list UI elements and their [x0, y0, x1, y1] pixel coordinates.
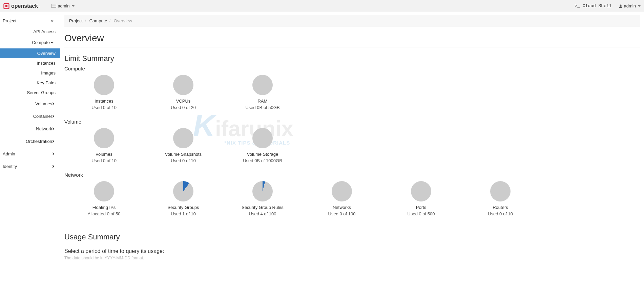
domain-label: admin [58, 3, 69, 8]
quota-tile: Volume SnapshotsUsed 0 of 10 [144, 128, 223, 163]
quota-tile: NetworksUsed 0 of 100 [302, 181, 381, 216]
quota-title: Floating IPs [64, 205, 144, 210]
quota-row-compute: InstancesUsed 0 of 10VCPUsUsed 0 of 20RA… [64, 75, 640, 116]
quota-title: Volumes [64, 152, 144, 157]
nav-compute[interactable]: Compute [0, 37, 60, 48]
quota-row-volume: VolumesUsed 0 of 10Volume SnapshotsUsed … [64, 128, 640, 169]
main-content: Project/ Compute/ Overview Overview Limi… [60, 12, 644, 271]
quota-text: Used 1 of 10 [144, 211, 223, 216]
nav-volumes[interactable]: Volumes [0, 98, 60, 110]
page-title: Overview [64, 33, 640, 44]
chevron-right-icon [52, 163, 54, 170]
quota-tile: Floating IPsAllocated 0 of 50 [64, 181, 144, 216]
quota-title: RAM [223, 99, 302, 104]
quota-tile: Security GroupsUsed 1 of 10 [144, 181, 223, 216]
quota-title: Security Group Rules [223, 205, 302, 210]
quota-text: Used 0 of 20 [144, 105, 223, 110]
usage-prompt: Select a period of time to query its usa… [64, 248, 640, 254]
nav-container[interactable]: Container [0, 110, 60, 123]
quota-pie-icon [332, 181, 352, 201]
quota-tile: VolumesUsed 0 of 10 [64, 128, 144, 163]
domain-icon [51, 4, 56, 8]
breadcrumb-current: Overview [114, 18, 132, 23]
quota-pie-icon [252, 181, 273, 201]
limit-summary-heading: Limit Summary [64, 54, 640, 63]
quota-title: Volume Snapshots [144, 152, 223, 157]
chevron-right-icon [52, 138, 54, 145]
quota-title: Security Groups [144, 205, 223, 210]
svg-point-4 [620, 4, 621, 6]
quota-pie-icon [173, 75, 193, 95]
quota-pie-icon [94, 75, 114, 95]
quota-text: Used 0 of 10 [64, 105, 144, 110]
volume-heading: Volume [64, 119, 640, 125]
quota-pie-icon [411, 181, 431, 201]
chevron-right-icon [52, 113, 54, 120]
quota-text: Used 0 of 100 [302, 211, 381, 216]
quota-tile: Volume StorageUsed 0B of 1000GB [223, 128, 302, 163]
quota-row-network: Floating IPsAllocated 0 of 50Security Gr… [64, 181, 640, 222]
nav-compute-overview[interactable]: Overview [0, 48, 60, 58]
quota-title: Volume Storage [223, 152, 302, 157]
nav-compute-images[interactable]: Images [0, 68, 60, 78]
quota-pie-icon [252, 128, 273, 148]
brand-text: openstack [11, 3, 38, 9]
svg-rect-2 [51, 4, 56, 8]
quota-tile: Security Group RulesUsed 4 of 100 [223, 181, 302, 216]
chevron-down-icon [50, 18, 54, 24]
user-label: admin [624, 3, 636, 8]
chevron-right-icon [52, 150, 54, 157]
nav-identity[interactable]: Identity [0, 160, 60, 173]
nav-network[interactable]: Network [0, 123, 60, 135]
network-heading: Network [64, 172, 640, 178]
quota-text: Used 0B of 1000GB [223, 158, 302, 163]
topbar: openstack. admin >_ Cloud Shell admin [0, 0, 644, 12]
compute-heading: Compute [64, 66, 640, 71]
nav-compute-instances[interactable]: Instances [0, 58, 60, 68]
nav-compute-key-pairs[interactable]: Key Pairs [0, 78, 60, 88]
quota-title: Ports [381, 205, 461, 210]
quota-pie-icon [490, 181, 511, 201]
breadcrumb-project[interactable]: Project [69, 18, 83, 23]
chevron-down-icon [50, 39, 54, 46]
quota-text: Used 0 of 10 [461, 211, 540, 216]
quota-pie-icon [94, 181, 114, 201]
nav-orchestration[interactable]: Orchestration [0, 135, 60, 148]
quota-title: Routers [461, 205, 540, 210]
user-menu[interactable]: admin [619, 3, 641, 8]
quota-tile: VCPUsUsed 0 of 20 [144, 75, 223, 110]
openstack-icon [3, 3, 9, 9]
cloud-shell-button[interactable]: >_ Cloud Shell [575, 3, 611, 8]
brand-sub: . [39, 4, 40, 8]
quota-title: Networks [302, 205, 381, 210]
breadcrumb-compute[interactable]: Compute [89, 18, 107, 23]
quota-text: Used 0B of 50GB [223, 105, 302, 110]
nav-api-access[interactable]: API Access [0, 27, 60, 37]
nav-project[interactable]: Project [0, 15, 60, 27]
quota-text: Allocated 0 of 50 [64, 211, 144, 216]
quota-text: Used 0 of 500 [381, 211, 461, 216]
nav-admin[interactable]: Admin [0, 148, 60, 160]
nav-compute-server-groups[interactable]: Server Groups [0, 88, 60, 98]
quota-text: Used 0 of 10 [144, 158, 223, 163]
user-icon [619, 4, 623, 8]
brand-logo[interactable]: openstack. [3, 3, 40, 9]
domain-selector[interactable]: admin [49, 1, 77, 10]
quota-pie-icon [173, 128, 193, 148]
quota-pie-icon [94, 128, 114, 148]
chevron-right-icon [52, 100, 54, 107]
divider [64, 47, 640, 47]
quota-text: Used 0 of 10 [64, 158, 144, 163]
caret-icon [638, 5, 641, 7]
sidebar: Project API Access Compute Overview Inst… [0, 12, 60, 271]
quota-tile: RAMUsed 0B of 50GB [223, 75, 302, 110]
quota-tile: PortsUsed 0 of 500 [381, 181, 461, 216]
quota-pie-icon [173, 181, 193, 201]
quota-tile: RoutersUsed 0 of 10 [461, 181, 540, 216]
date-hint: The date should be in YYYY-MM-DD format. [64, 256, 640, 260]
usage-summary-heading: Usage Summary [64, 233, 640, 241]
quota-title: VCPUs [144, 99, 223, 104]
caret-icon [72, 5, 75, 7]
quota-pie-icon [252, 75, 273, 95]
quota-text: Used 4 of 100 [223, 211, 302, 216]
